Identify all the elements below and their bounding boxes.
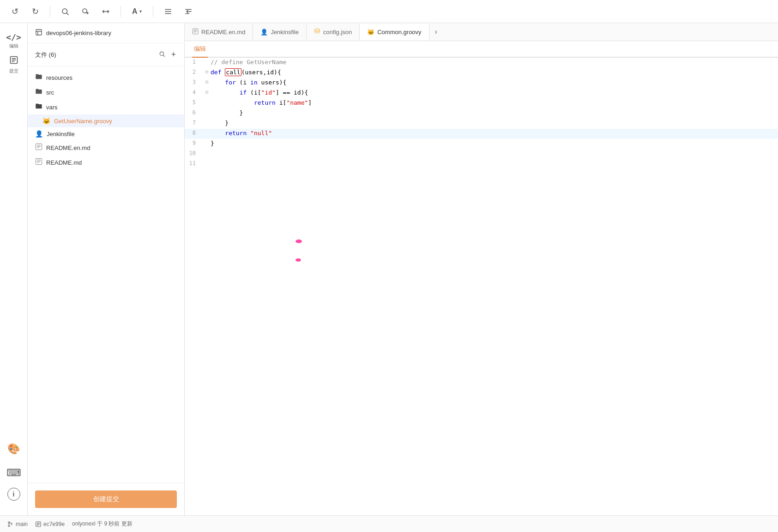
svg-point-2	[83, 9, 87, 13]
file-item-readme-en[interactable]: README.en.md	[28, 140, 184, 155]
fold-btn-8	[203, 129, 211, 130]
tab-label-config: config.json	[323, 29, 352, 36]
fold-btn-10	[203, 149, 211, 150]
tab-config-json[interactable]: config.json	[307, 24, 360, 41]
jenkins-icon-file: 👤	[35, 130, 43, 137]
file-name-readme: README.md	[46, 159, 82, 166]
wrap-button[interactable]	[181, 4, 196, 19]
svg-point-0	[62, 9, 67, 14]
code-content-6[interactable]: }	[211, 108, 778, 117]
file-item-getuseername[interactable]: 🐱 GetUserName.groovy	[28, 114, 184, 127]
add-file-button[interactable]: +	[170, 49, 177, 60]
file-name-getuseername: GetUserName.groovy	[54, 118, 112, 125]
commit-status[interactable]: ec7e99e	[35, 521, 65, 527]
svg-point-35	[8, 525, 10, 526]
file-name-readme-en: README.en.md	[46, 144, 90, 151]
code-line-5: 5 return i["name"]	[185, 98, 778, 108]
fold-btn-1	[203, 58, 211, 59]
sidebar-bottom-icons: 🎨 ⌨ i	[0, 440, 27, 501]
fold-btn-7	[203, 119, 211, 120]
svg-point-32	[296, 239, 302, 243]
font-dropdown[interactable]: A ▾	[128, 6, 145, 18]
diff-button[interactable]	[98, 4, 113, 19]
tab-jenkinsfile[interactable]: 👤 Jenkinsfile	[253, 24, 307, 40]
sidebar-icons: </> 编辑 提交 🎨 ⌨ i	[0, 23, 28, 515]
code-content-10[interactable]	[211, 149, 778, 151]
branch-status[interactable]: main	[7, 521, 28, 527]
keyboard-icon-btn[interactable]: ⌨	[5, 464, 23, 482]
code-line-9: 9 }	[185, 139, 778, 149]
repo-title: devops06-jenkins-library	[46, 30, 111, 36]
fold-btn-2[interactable]: ⊟	[203, 68, 211, 74]
subtab-edit-label: 编辑	[194, 45, 206, 52]
search-files-button[interactable]	[158, 49, 166, 60]
editor-tabs: README.en.md 👤 Jenkinsfile config.json 🐱…	[185, 23, 778, 41]
svg-point-33	[296, 258, 301, 262]
info-icon-btn[interactable]: i	[7, 488, 20, 501]
sidebar-code-label: 编辑	[9, 43, 18, 49]
list-button[interactable]	[161, 4, 175, 19]
pink-dot-2	[296, 256, 301, 263]
line-num-2: 2	[185, 68, 203, 75]
code-line-7: 7 }	[185, 119, 778, 129]
file-item-resources[interactable]: resources	[28, 70, 184, 85]
file-item-vars[interactable]: vars	[28, 100, 184, 114]
undo-button[interactable]: ↺	[7, 4, 22, 19]
tab-more-button[interactable]: ›	[429, 23, 443, 41]
code-editor[interactable]: 1 // define GetUserName 2 ⊟ def call(use…	[185, 58, 778, 515]
code-line-4: 4 ⊟ if (i["id"] == id){	[185, 88, 778, 98]
code-content-5[interactable]: return i["name"]	[211, 98, 778, 107]
redo-button[interactable]: ↻	[28, 4, 42, 19]
file-item-src[interactable]: src	[28, 85, 184, 100]
theme-icon-btn[interactable]: 🎨	[5, 440, 23, 458]
svg-line-1	[66, 13, 68, 15]
svg-rect-23	[36, 158, 42, 164]
svg-point-31	[315, 29, 320, 30]
editor-subtabs: 编辑	[185, 41, 778, 58]
commit-message: onlyonexl 于 9 秒前 更新	[72, 520, 133, 528]
commit-message-status: onlyonexl 于 9 秒前 更新	[72, 520, 133, 528]
code-icon: </>	[6, 32, 21, 42]
subtab-edit[interactable]: 编辑	[192, 41, 208, 58]
fold-btn-4[interactable]: ⊟	[203, 88, 211, 95]
tab-readme-en[interactable]: README.en.md	[185, 24, 253, 41]
line-num-7: 7	[185, 119, 203, 126]
file-name-src: src	[46, 89, 54, 96]
main-layout: </> 编辑 提交 🎨 ⌨ i devops06-jenkins-library	[0, 23, 778, 515]
create-commit-button[interactable]: 创建提交	[35, 490, 177, 508]
svg-rect-19	[36, 143, 42, 149]
folder-icon-src	[35, 88, 42, 97]
tab-icon-config	[314, 28, 320, 36]
code-content-7[interactable]: }	[211, 119, 778, 127]
fold-btn-6	[203, 108, 211, 110]
search-button[interactable]	[58, 4, 72, 19]
file-item-readme[interactable]: README.md	[28, 155, 184, 170]
code-content-1[interactable]: // define GetUserName	[211, 58, 778, 66]
sidebar-item-commit[interactable]: 提交	[4, 54, 24, 75]
folder-icon-vars	[35, 102, 42, 112]
code-content-3[interactable]: for (i in users){	[211, 78, 778, 87]
code-content-2[interactable]: def call(users,id){	[211, 68, 778, 77]
fold-btn-9	[203, 139, 211, 140]
code-content-9[interactable]: }	[211, 139, 778, 148]
code-content-8[interactable]: return "null"	[211, 129, 778, 137]
pink-dot-1	[296, 238, 302, 245]
tab-more-icon: ›	[435, 28, 437, 36]
svg-point-17	[160, 52, 164, 55]
sidebar-item-code[interactable]: </> 编辑	[4, 30, 24, 51]
line-num-10: 10	[185, 149, 203, 156]
toolbar: ↺ ↻ A ▾	[0, 0, 778, 23]
file-item-jenkinsfile[interactable]: 👤 Jenkinsfile	[28, 127, 184, 140]
line-num-9: 9	[185, 139, 203, 146]
editor-area: README.en.md 👤 Jenkinsfile config.json 🐱…	[185, 23, 778, 515]
file-name-vars: vars	[46, 104, 58, 111]
find-replace-button[interactable]	[78, 4, 93, 19]
line-num-11: 11	[185, 159, 203, 167]
md-icon-readme-en	[35, 143, 42, 152]
tab-common-groovy[interactable]: 🐱 Common.groovy	[360, 24, 429, 40]
code-content-4[interactable]: if (i["id"] == id){	[211, 88, 778, 97]
files-title: 文件 (6)	[35, 51, 56, 59]
fold-btn-3[interactable]: ⊟	[203, 78, 211, 84]
file-explorer-header: devops06-jenkins-library	[28, 23, 184, 43]
code-content-11[interactable]	[211, 159, 778, 161]
